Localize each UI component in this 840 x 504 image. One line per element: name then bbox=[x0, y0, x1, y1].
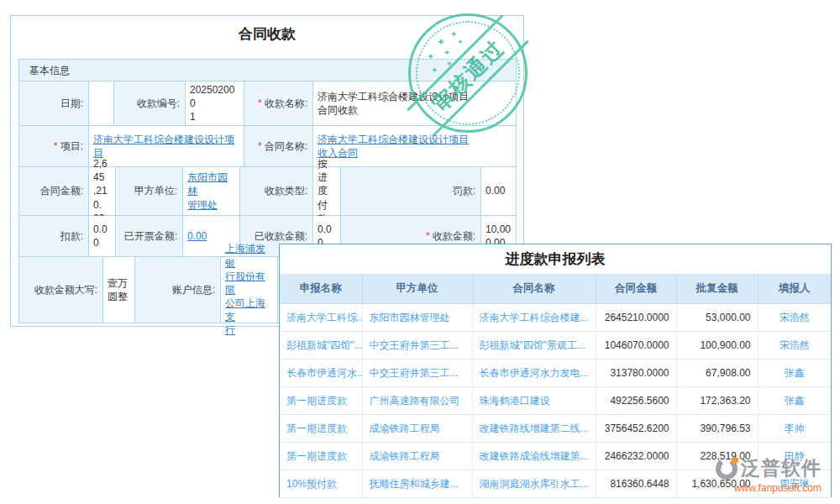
date-label: 日期: bbox=[19, 81, 89, 126]
party-a-link[interactable]: 东阳市园林 管理处 bbox=[187, 171, 235, 212]
required-icon: * bbox=[54, 139, 58, 153]
form-title: 合同收款 bbox=[11, 24, 523, 44]
contract-amount-value: 2,645 ,210. 00 bbox=[89, 167, 116, 216]
declaration-name-cell[interactable]: 第一期进度款 bbox=[280, 415, 362, 443]
declaration-name-cell[interactable]: 彭祖新城"四馆"... bbox=[280, 332, 362, 360]
reporter-cell[interactable]: 张鑫 bbox=[758, 387, 831, 415]
table-row: 第一期进度款 成渝铁路工程局 改建铁路线增建第二线... 3756452.620… bbox=[280, 415, 831, 443]
receipt-name-label: *收款名称: bbox=[244, 81, 313, 126]
contract-name-value: 济南大学工科综合楼建设设计项目 收入合同 bbox=[313, 126, 517, 167]
table-row: 长春市伊通河水... 中交王府井第三工... 长春市伊通河水力发电... 313… bbox=[280, 360, 831, 387]
declaration-name-cell[interactable]: 济南大学工科综... bbox=[280, 304, 362, 332]
penalty-label: 罚款: bbox=[341, 167, 481, 216]
reporter-cell[interactable]: 李帅 bbox=[758, 415, 831, 443]
party-a-cell[interactable]: 成渝铁路工程局 bbox=[362, 415, 472, 443]
contract-name-cell[interactable]: 改建铁路成渝线增建第... bbox=[472, 443, 596, 470]
declaration-name-cell[interactable]: 第一期进度款 bbox=[280, 443, 362, 470]
approved-amount-cell: 172,363.20 bbox=[676, 387, 758, 415]
reporter-cell[interactable]: 宋浩然 bbox=[758, 332, 831, 360]
contract-name-cell[interactable]: 改建铁路线增建第二线... bbox=[472, 415, 596, 443]
form-row-1: 日期: 收款编号: 202502000 1 *收款名称: 济南大学工科综合楼建设… bbox=[19, 81, 517, 126]
table-row: 彭祖新城"四馆"... 中交王府井第三工... 彭祖新城"四馆"景观工... 1… bbox=[280, 332, 831, 360]
table-row: 10%预付款 抚顺住房和城乡建... 湖南洞庭湖水库引水工... 816360.… bbox=[280, 470, 831, 498]
receipt-type-value: 按进 度付 款 bbox=[313, 167, 341, 216]
contract-name-cell[interactable]: 彭祖新城"四馆"景观工... bbox=[472, 332, 596, 360]
col-header-contract-name: 合同名称 bbox=[472, 274, 596, 304]
project-value: 济南大学工科综合楼建设设计项目 bbox=[89, 126, 244, 167]
receipt-type-label: 收款类型: bbox=[240, 167, 313, 216]
col-header-declaration-name: 申报名称 bbox=[280, 274, 362, 304]
contract-name-cell[interactable]: 珠海鹤港口建设 bbox=[472, 387, 596, 415]
required-icon: * bbox=[258, 139, 262, 153]
contract-amount-label: 合同金额: bbox=[19, 167, 89, 216]
progress-payment-list-panel: 进度款申报列表 申报名称 甲方单位 合同名称 合同金额 批复金额 填报人 济南大… bbox=[279, 244, 832, 497]
party-a-cell[interactable]: 东阳市园林管理处 bbox=[362, 304, 472, 332]
contract-name-link[interactable]: 济南大学工科综合楼建设设计项目 收入合同 bbox=[318, 133, 469, 160]
approved-amount-cell: 67,908.00 bbox=[676, 360, 758, 387]
contract-amount-cell: 492256.5600 bbox=[596, 387, 676, 415]
contract-amount-cell: 2466232.0000 bbox=[596, 443, 676, 470]
party-a-cell[interactable]: 成渝铁路工程局 bbox=[362, 443, 472, 470]
required-icon: * bbox=[426, 229, 430, 243]
receipt-name-value: 济南大学工科综合楼建设设计项目 合同收款 bbox=[313, 81, 517, 126]
approved-amount-cell: 1,630,650.00 bbox=[676, 470, 758, 498]
table-row: 第一期进度款 成渝铁路工程局 改建铁路成渝线增建第... 2466232.000… bbox=[280, 443, 831, 470]
account-info-label: 账户信息: bbox=[135, 257, 221, 323]
party-a-label: 甲方单位: bbox=[116, 167, 183, 216]
section-header-basic-info: 基本信息 bbox=[19, 60, 517, 81]
table-row: 第一期进度款 广州高速路有限公司 珠海鹤港口建设 492256.5600 172… bbox=[280, 387, 831, 415]
project-link[interactable]: 济南大学工科综合楼建设设计项目 bbox=[93, 133, 239, 160]
contract-amount-cell: 3756452.6200 bbox=[596, 415, 676, 443]
table-header-row: 申报名称 甲方单位 合同名称 合同金额 批复金额 填报人 bbox=[280, 274, 831, 304]
account-info-link[interactable]: 上海浦发银 行股份有限 公司上海支 行 bbox=[225, 242, 273, 337]
contract-name-cell[interactable]: 长春市伊通河水力发电... bbox=[472, 360, 596, 387]
contract-amount-cell: 313780.0000 bbox=[596, 360, 676, 387]
list-title: 进度款申报列表 bbox=[280, 244, 831, 274]
invoiced-amount-label: 已开票金额: bbox=[116, 216, 183, 257]
col-header-party-a: 甲方单位 bbox=[362, 274, 472, 304]
account-info-value: 上海浦发银 行股份有限 公司上海支 行 bbox=[221, 257, 278, 323]
deduction-value: 0.00 bbox=[89, 216, 116, 257]
invoiced-amount-link[interactable]: 0.00 bbox=[187, 229, 207, 243]
form-row-3: 合同金额: 2,645 ,210. 00 甲方单位: 东阳市园林 管理处 收款类… bbox=[19, 167, 517, 216]
party-a-cell[interactable]: 广州高速路有限公司 bbox=[362, 387, 472, 415]
col-header-approved-amount: 批复金额 bbox=[676, 274, 758, 304]
amount-in-words-value: 壹万 圆整 bbox=[103, 257, 135, 323]
project-label: *项目: bbox=[19, 126, 89, 167]
col-header-reporter: 填报人 bbox=[758, 274, 831, 304]
approved-amount-cell: 53,000.00 bbox=[676, 304, 758, 332]
amount-in-words-label: 收款金额大写: bbox=[19, 257, 103, 323]
receipt-no-value: 202502000 1 bbox=[186, 81, 244, 126]
party-a-cell[interactable]: 抚顺住房和城乡建... bbox=[362, 470, 472, 498]
receipt-no-label: 收款编号: bbox=[114, 81, 186, 126]
contract-name-cell[interactable]: 济南大学工科综合楼建... bbox=[472, 304, 596, 332]
reporter-cell[interactable]: 宋浩然 bbox=[758, 304, 831, 332]
progress-payment-table: 申报名称 甲方单位 合同名称 合同金额 批复金额 填报人 济南大学工科综... … bbox=[280, 274, 831, 498]
declaration-name-cell[interactable]: 10%预付款 bbox=[280, 470, 362, 498]
contract-name-cell[interactable]: 湖南洞庭湖水库引水工... bbox=[472, 470, 596, 498]
required-icon: * bbox=[258, 97, 262, 110]
col-header-contract-amount: 合同金额 bbox=[596, 274, 676, 304]
party-a-value: 东阳市园林 管理处 bbox=[183, 167, 240, 216]
approved-amount-cell: 100,900.00 bbox=[676, 332, 758, 360]
party-a-cell[interactable]: 中交王府井第三工... bbox=[362, 332, 472, 360]
reporter-cell[interactable]: 田静 bbox=[758, 443, 831, 470]
date-value bbox=[89, 81, 114, 126]
penalty-value: 0.00 bbox=[481, 167, 517, 216]
reporter-cell[interactable]: 周安琳 bbox=[758, 470, 831, 498]
contract-amount-cell: 816360.6448 bbox=[596, 470, 676, 498]
deduction-label: 扣款: bbox=[19, 216, 89, 257]
approved-amount-cell: 228,519.00 bbox=[676, 443, 758, 470]
reporter-cell[interactable]: 张鑫 bbox=[758, 360, 831, 387]
contract-amount-cell: 1046070.0000 bbox=[596, 332, 676, 360]
contract-amount-cell: 2645210.0000 bbox=[596, 304, 676, 332]
contract-name-label: *合同名称: bbox=[244, 126, 313, 167]
declaration-name-cell[interactable]: 长春市伊通河水... bbox=[280, 360, 362, 387]
party-a-cell[interactable]: 中交王府井第三工... bbox=[362, 360, 472, 387]
table-row: 济南大学工科综... 东阳市园林管理处 济南大学工科综合楼建... 264521… bbox=[280, 304, 831, 332]
approved-amount-cell: 390,796.53 bbox=[676, 415, 758, 443]
declaration-name-cell[interactable]: 第一期进度款 bbox=[280, 387, 362, 415]
